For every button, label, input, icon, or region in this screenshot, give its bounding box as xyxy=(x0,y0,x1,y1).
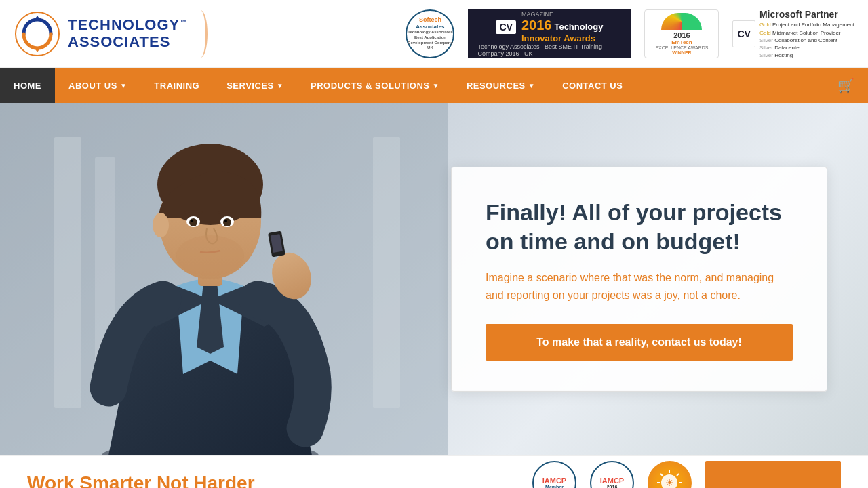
bottom-badges: IAMCP Member IAMCP 2016 ☀ xyxy=(532,461,841,488)
header-badges: Softech Associates Technology Associates… xyxy=(244,8,854,60)
sun-icon: ☀ xyxy=(654,468,685,488)
hero-section: Finally! All of your projects on time an… xyxy=(0,103,868,455)
bottom-tagline: Work Smarter Not Harder xyxy=(27,472,255,489)
logo-divider xyxy=(194,10,208,58)
nav-contact[interactable]: CONTACT US xyxy=(549,68,636,103)
softech-badge: Softech Associates Technology Associates… xyxy=(406,9,454,58)
nav-services[interactable]: SERVICES ▼ xyxy=(213,68,297,103)
nav-home[interactable]: HOME xyxy=(0,68,55,103)
logo-text: TECHNOLOGY™ ASSOCIATES xyxy=(68,17,187,49)
main-navigation: HOME ABOUT US ▼ TRAINING SERVICES ▼ PROD… xyxy=(0,68,868,103)
sun-award-badge: ☀ xyxy=(648,461,692,488)
bottom-bar: Work Smarter Not Harder IAMCP Member IAM… xyxy=(0,455,868,488)
site-header: TECHNOLOGY™ ASSOCIATES Softech Associate… xyxy=(0,0,868,68)
hero-heading: Finally! All of your projects on time an… xyxy=(486,198,793,256)
svg-point-19 xyxy=(191,220,193,222)
orange-promo-block xyxy=(705,461,841,488)
logo-line2: ASSOCIATES xyxy=(68,34,187,50)
emtech-arc xyxy=(661,13,702,30)
cart-button[interactable]: 🛒 xyxy=(824,68,868,103)
logo-area: TECHNOLOGY™ ASSOCIATES xyxy=(14,10,244,58)
nav-products[interactable]: PRODUCTS & SOLUTIONS ▼ xyxy=(297,68,453,103)
hero-person-image xyxy=(0,103,448,455)
nav-resources[interactable]: RESOURCES ▼ xyxy=(453,68,549,103)
iamcp-badge-1: IAMCP Member xyxy=(532,461,576,488)
svg-line-31 xyxy=(677,474,679,476)
iamcp-badge-2: IAMCP 2016 xyxy=(590,461,634,488)
nav-training[interactable]: TRAINING xyxy=(140,68,213,103)
svg-point-17 xyxy=(189,218,197,226)
svg-rect-5 xyxy=(54,137,81,408)
svg-line-29 xyxy=(660,474,663,476)
person-svg xyxy=(0,103,448,455)
svg-text:☀: ☀ xyxy=(665,477,674,488)
logo-line1: TECHNOLOGY™ xyxy=(68,17,187,33)
microsoft-badge: CV Microsoft Partner Gold Project and Po… xyxy=(732,8,854,60)
svg-point-21 xyxy=(153,213,169,237)
cv-award-badge: CV MAGAZINE 2016 Technology Innovator Aw… xyxy=(468,9,631,58)
emtech-badge: 2016 EmTech EXCELLENCE AWARDS WINNER xyxy=(644,9,719,58)
hero-subtext: Imagine a scenario where that was the no… xyxy=(486,269,793,304)
hero-cta-button[interactable]: To make that a reality, contact us today… xyxy=(486,324,793,361)
hero-card: Finally! All of your projects on time an… xyxy=(451,167,827,392)
svg-rect-7 xyxy=(373,137,400,408)
svg-point-18 xyxy=(223,218,231,226)
svg-point-20 xyxy=(224,220,227,222)
svg-point-22 xyxy=(176,235,244,276)
nav-about[interactable]: ABOUT US ▼ xyxy=(55,68,140,103)
logo-icon xyxy=(14,10,61,58)
